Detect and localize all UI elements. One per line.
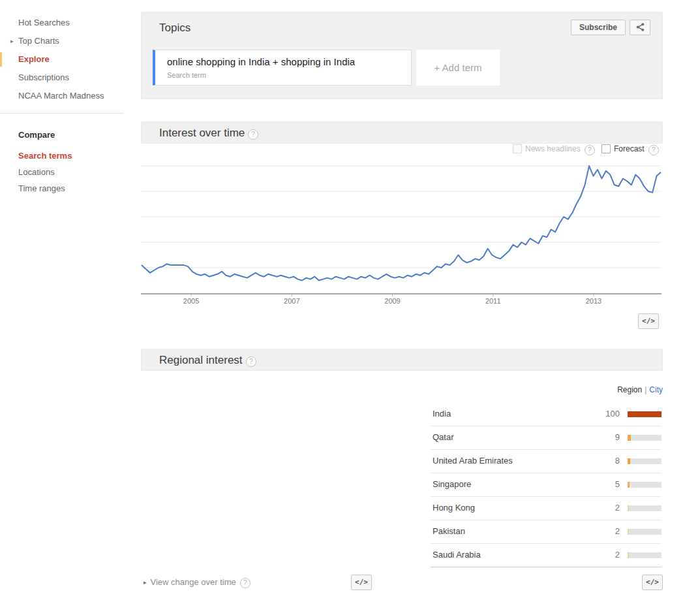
sidebar-item-label: Locations <box>18 167 55 177</box>
region-value: 2 <box>615 526 620 536</box>
embed-region-list-button[interactable]: </​> <box>642 575 663 590</box>
sidebar-item-label: Search terms <box>18 151 72 161</box>
forecast-control: Forecast? <box>601 144 659 154</box>
region-bar-fill <box>628 458 630 464</box>
sidebar: Hot Searches ▸ Top Charts Explore Subscr… <box>0 0 140 600</box>
regional-interest-title: Regional interest <box>159 354 243 367</box>
sidebar-item-search-terms[interactable]: Search terms <box>18 149 72 163</box>
region-row[interactable]: Singapore5 <box>431 473 662 496</box>
google-trends-explore-page: Hot Searches ▸ Top Charts Explore Subscr… <box>0 0 700 600</box>
add-term-button[interactable]: + Add term <box>416 50 500 86</box>
x-axis-label: 2011 <box>485 297 501 305</box>
sidebar-item-top-charts[interactable]: ▸ Top Charts <box>18 34 59 48</box>
sidebar-item-label: Explore <box>18 54 50 64</box>
sidebar-item-label: Hot Searches <box>18 18 70 27</box>
search-term-card[interactable]: online shopping in India + shopping in I… <box>153 50 412 86</box>
region-row[interactable]: Saudi Arabia2 <box>431 543 662 567</box>
region-bar-fill <box>628 552 629 558</box>
region-value: 9 <box>615 432 620 442</box>
toggle-city[interactable]: City <box>649 385 663 394</box>
subscribe-button[interactable]: Subscribe <box>571 20 626 35</box>
region-bar <box>628 482 662 488</box>
share-icon <box>635 22 645 32</box>
forecast-label: Forecast <box>614 144 645 153</box>
embed-map-button[interactable]: </​> <box>351 575 372 590</box>
region-bar <box>628 552 662 558</box>
region-bar <box>628 435 662 441</box>
sidebar-divider <box>0 113 124 114</box>
x-axis-label: 2013 <box>586 297 601 305</box>
region-row[interactable]: Qatar9 <box>431 426 662 449</box>
chart-controls: News headlines? Forecast? <box>141 142 663 157</box>
active-item-marker <box>0 52 2 67</box>
interest-over-time-chart[interactable] <box>141 162 663 296</box>
region-bar <box>628 411 662 417</box>
region-bar <box>628 505 662 511</box>
region-value: 2 <box>615 550 620 560</box>
x-axis-label: 2009 <box>384 297 400 305</box>
compare-heading: Compare <box>18 128 55 142</box>
region-bar-fill <box>628 435 631 441</box>
news-headlines-label: News headlines <box>525 144 581 153</box>
toggle-separator: | <box>645 385 647 394</box>
region-bar-fill <box>628 482 630 488</box>
search-term-text: online shopping in India + shopping in I… <box>167 56 355 67</box>
region-name: India <box>433 409 451 418</box>
forecast-checkbox[interactable] <box>601 144 611 153</box>
sidebar-item-hot-searches[interactable]: Hot Searches <box>18 16 70 30</box>
triangle-icon: ▸ <box>144 579 147 586</box>
news-headlines-checkbox <box>513 144 522 153</box>
help-icon[interactable]: ? <box>246 356 256 367</box>
interest-over-time-title: Interest over time <box>159 127 245 140</box>
region-value: 5 <box>615 479 620 489</box>
region-value: 2 <box>615 503 620 513</box>
sidebar-item-label: Time ranges <box>18 183 65 193</box>
region-name: United Arab Emirates <box>433 456 513 466</box>
region-row[interactable]: India100 <box>431 403 662 426</box>
region-name: Singapore <box>433 479 471 489</box>
region-list: India100Qatar9United Arab Emirates8Singa… <box>431 403 662 567</box>
region-name: Saudi Arabia <box>433 550 481 560</box>
help-icon[interactable]: ? <box>648 145 659 155</box>
help-icon[interactable]: ? <box>248 129 258 140</box>
region-bar <box>628 458 662 464</box>
region-name: Hong Kong <box>433 503 475 513</box>
region-bar-fill <box>628 505 629 511</box>
topics-panel: Topics Subscribe online shopping in Indi… <box>141 12 663 99</box>
view-change-label: View change over time <box>151 577 236 587</box>
search-term-type-label: Search term <box>167 71 206 79</box>
sidebar-item-locations[interactable]: Locations <box>18 165 55 180</box>
region-name: Pakistan <box>433 526 465 536</box>
news-headlines-control: News headlines? <box>513 144 595 154</box>
interest-over-time-header: Interest over time ? <box>141 121 663 144</box>
region-bar-fill <box>628 411 662 417</box>
sidebar-item-label: NCAA March Madness <box>18 91 104 101</box>
help-icon[interactable]: ? <box>240 578 251 588</box>
sidebar-item-time-ranges[interactable]: Time ranges <box>18 182 65 196</box>
sidebar-item-subscriptions[interactable]: Subscriptions <box>18 71 69 85</box>
sidebar-item-ncaa-march-madness[interactable]: NCAA March Madness <box>18 89 104 103</box>
region-name: Qatar <box>433 432 454 442</box>
trend-line-chart <box>141 162 663 296</box>
view-change-over-time-link[interactable]: ▸View change over time? <box>144 577 251 588</box>
sidebar-item-label: Top Charts <box>18 36 59 46</box>
topics-title: Topics <box>159 22 190 35</box>
trend-line <box>142 166 661 281</box>
help-icon[interactable]: ? <box>585 145 595 155</box>
chart-x-axis-labels: 20052007200920112013 <box>141 297 663 306</box>
sidebar-item-explore[interactable]: Explore <box>18 52 50 67</box>
embed-chart-button[interactable]: </​> <box>638 313 659 329</box>
region-bar <box>628 529 662 535</box>
region-value: 100 <box>605 409 620 418</box>
region-row[interactable]: Pakistan2 <box>431 520 662 543</box>
triangle-icon: ▸ <box>10 34 14 48</box>
x-axis-label: 2005 <box>183 297 199 305</box>
share-button[interactable] <box>630 20 650 35</box>
region-row[interactable]: Hong Kong2 <box>431 496 662 520</box>
toggle-region[interactable]: Region <box>617 385 642 394</box>
region-city-toggle: Region|City <box>141 385 663 396</box>
sidebar-item-label: Subscriptions <box>18 72 69 82</box>
region-value: 8 <box>615 456 620 466</box>
region-bar-fill <box>628 529 629 535</box>
region-row[interactable]: United Arab Emirates8 <box>431 449 662 473</box>
